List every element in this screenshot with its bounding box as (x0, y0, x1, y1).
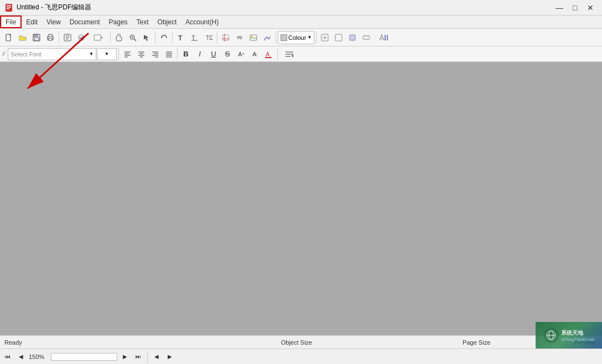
svg-text:A: A (266, 51, 270, 58)
tb-r2[interactable] (332, 31, 345, 44)
bold-button[interactable]: B (179, 48, 193, 61)
colour-swatch (281, 34, 287, 41)
font-size-dropdown-icon: ▼ (105, 51, 109, 56)
menu-object[interactable]: Object (153, 15, 181, 28)
sep-fmt2 (177, 48, 178, 60)
svg-text:T: T (191, 34, 195, 41)
zoom-slider[interactable] (51, 353, 117, 361)
align-center[interactable] (134, 48, 148, 61)
sign-tool[interactable] (261, 31, 274, 44)
toolbar1: T T TΩ Colour ▼ (0, 29, 602, 46)
link-tool[interactable] (233, 31, 246, 44)
new-button[interactable] (2, 31, 15, 44)
align-left[interactable] (121, 48, 134, 61)
tb-btn-5[interactable] (61, 31, 74, 44)
first-page-button[interactable]: ⏮ (2, 351, 13, 362)
menu-view[interactable]: View (42, 15, 65, 28)
select-tool[interactable] (140, 31, 153, 44)
undo-button[interactable] (157, 31, 170, 44)
paragraph-style[interactable] (279, 48, 299, 61)
text-tool-3[interactable]: TΩ (202, 31, 215, 44)
svg-rect-7 (34, 34, 38, 37)
sep4 (172, 32, 173, 44)
menu-edit[interactable]: Edit (22, 15, 42, 28)
watermark-text-1: 系统天地 (561, 329, 595, 337)
tb-btn-6[interactable] (75, 31, 88, 44)
bottombar: ⏮ ◀ 150% ▶ ⏭ ◀ ▶ 系统天地 XiTongTianDi.net (0, 349, 602, 364)
underline-button[interactable]: U (207, 48, 220, 61)
menu-pages[interactable]: Pages (105, 15, 132, 28)
save-button[interactable] (30, 31, 43, 44)
statusbar-ready-label: Ready (0, 339, 27, 346)
strikethrough-button[interactable]: S (221, 48, 234, 61)
svg-rect-37 (363, 36, 370, 39)
statusbar-object-size: Object Size (206, 339, 386, 346)
text-color-button[interactable]: A (262, 48, 276, 61)
sep6 (276, 32, 276, 44)
hand-tool[interactable] (112, 31, 126, 44)
titlebar-controls: — □ ✕ (552, 2, 598, 14)
titlebar: Untitled - 飞思PDF编辑器 — □ ✕ (0, 0, 602, 15)
svg-line-17 (134, 39, 136, 41)
sep-fmt3 (277, 48, 278, 60)
font-selector[interactable]: Select Font ▼ (8, 48, 96, 60)
last-page-button[interactable]: ⏭ (133, 351, 144, 362)
sep1 (59, 32, 59, 44)
forward-button[interactable]: ▶ (164, 351, 175, 362)
crop-tool[interactable] (219, 31, 232, 44)
svg-text:TΩ: TΩ (206, 35, 212, 41)
svg-marker-64 (292, 54, 293, 58)
menu-file[interactable]: File (0, 15, 22, 28)
svg-rect-8 (34, 38, 39, 40)
italic-button[interactable]: I (193, 48, 206, 61)
maximize-button[interactable]: □ (568, 2, 582, 14)
svg-point-13 (79, 35, 84, 40)
menu-document[interactable]: Document (65, 15, 105, 28)
statusbar: Ready Object Size Page Size Preview (0, 335, 602, 349)
svg-rect-1 (7, 5, 11, 6)
next-page-button[interactable]: ▶ (120, 351, 131, 362)
sep3 (155, 32, 155, 44)
font-dropdown-icon: ▼ (89, 51, 94, 56)
close-button[interactable]: ✕ (583, 2, 598, 14)
svg-text:T: T (178, 34, 183, 41)
svg-rect-14 (94, 35, 101, 40)
watermark-globe-icon (543, 327, 559, 343)
zoom-level-label: 150% (29, 353, 49, 360)
tb-r1[interactable] (318, 31, 331, 44)
menu-account[interactable]: Account(H) (181, 15, 223, 28)
subscript-button[interactable]: A- (248, 48, 262, 61)
app-icon (4, 3, 13, 12)
titlebar-left: Untitled - 飞思PDF编辑器 (4, 3, 91, 12)
text-tool-2[interactable]: T (188, 31, 201, 44)
main-canvas-area (0, 62, 602, 335)
open-button[interactable] (16, 31, 29, 44)
svg-rect-36 (350, 35, 355, 40)
sep7 (316, 32, 316, 44)
prev-page-button[interactable]: ◀ (15, 351, 27, 362)
back-button[interactable]: ◀ (151, 351, 162, 362)
tb-r4[interactable] (360, 31, 373, 44)
tb-r5[interactable] (373, 31, 393, 44)
font-size-selector[interactable]: ▼ (97, 48, 117, 60)
print-button[interactable] (44, 31, 57, 44)
sep-fmt1 (118, 48, 119, 60)
tb-btn-extra[interactable] (89, 31, 108, 44)
svg-rect-11 (49, 38, 52, 40)
zoom-tool[interactable] (126, 31, 139, 44)
colour-button[interactable]: Colour ▼ (278, 31, 314, 44)
minimize-button[interactable]: — (552, 2, 567, 14)
align-justify[interactable] (162, 48, 175, 61)
align-right[interactable] (148, 48, 162, 61)
watermark-logo: 系统天地 XiTongTianDi.net (536, 322, 602, 349)
tb-r3[interactable] (346, 31, 359, 44)
image-tool[interactable] (247, 31, 260, 44)
watermark-text-block: 系统天地 XiTongTianDi.net (561, 329, 595, 342)
svg-marker-20 (144, 35, 149, 41)
text-tool[interactable]: T (174, 31, 188, 44)
svg-rect-30 (250, 35, 257, 40)
superscript-button[interactable]: A+ (235, 48, 248, 61)
svg-rect-3 (7, 8, 9, 9)
menu-text[interactable]: Text (132, 15, 153, 28)
colour-label: Colour (288, 34, 306, 41)
